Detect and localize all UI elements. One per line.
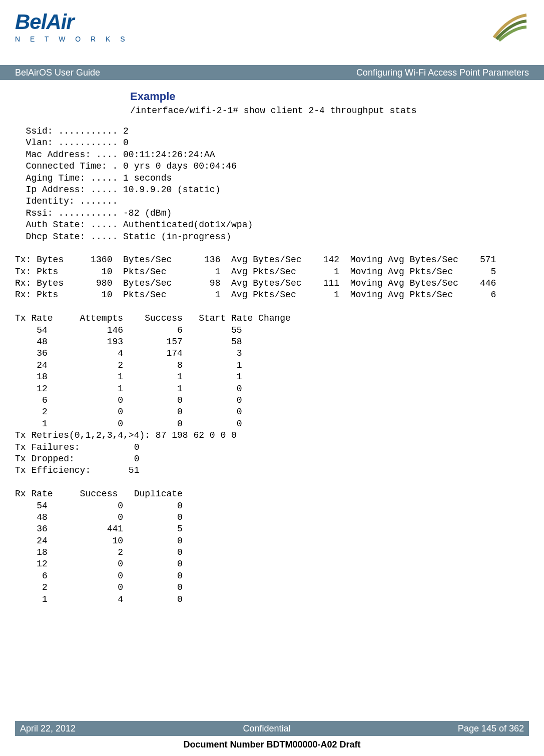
brand-emblem-icon — [489, 10, 529, 43]
command-line: /interface/wifi-2-1# show client 2-4 thr… — [130, 106, 529, 116]
footer-classification: Confidential — [243, 723, 290, 734]
page-content: Example /interface/wifi-2-1# show client… — [0, 80, 544, 615]
logo-subtext: N E T W O R K S — [15, 35, 129, 43]
example-heading: Example — [130, 90, 529, 103]
document-number: Document Number BDTM00000-A02 Draft — [0, 739, 544, 750]
footer-date: April 22, 2012 — [20, 723, 76, 734]
footer-bar: April 22, 2012 Confidential Page 145 of … — [15, 721, 529, 736]
terminal-output: Ssid: ........... 2 Vlan: ........... 0 … — [15, 126, 529, 605]
section-title: Configuring Wi-Fi Access Point Parameter… — [356, 68, 529, 78]
page-header: BelAir N E T W O R K S — [0, 0, 544, 65]
brand-logo: BelAir N E T W O R K S — [15, 10, 129, 43]
footer-page: Page 145 of 362 — [458, 723, 524, 734]
guide-title: BelAirOS User Guide — [15, 68, 100, 78]
title-bar: BelAirOS User Guide Configuring Wi-Fi Ac… — [0, 65, 544, 80]
logo-brand-text: BelAir — [15, 10, 129, 34]
